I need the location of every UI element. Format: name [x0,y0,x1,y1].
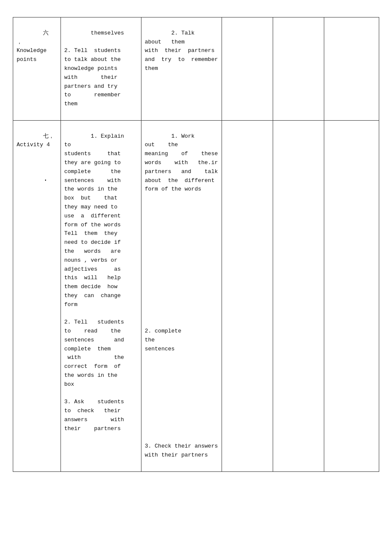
section-title: 六 ， Knowledge points [17,30,52,63]
table-row: 六 ， Knowledge points themselves 2. Tell … [13,17,379,121]
cell-empty-3 [324,17,379,121]
table-row: 七，Activity 4 · 1. Explain to students th… [13,120,379,471]
dot-marker: · [43,176,48,185]
teacher-text-1: themselves 2. Tell students to talk abou… [64,30,124,107]
cell-empty-4 [222,120,273,471]
student-text-1: 2. Talk about them with their partners a… [145,30,218,72]
cell-empty-2 [273,17,324,121]
cell-activity-label: 七，Activity 4 · [13,120,61,471]
activity-title: 七，Activity 4 [17,133,54,148]
main-table: 六 ， Knowledge points themselves 2. Tell … [13,17,379,472]
cell-empty-6 [324,120,379,471]
cell-student-activities-2: 1. Work out the meaning of these words w… [141,120,222,471]
student-text-2: 1. Work out the meaning of these words w… [145,133,218,459]
teacher-text-2: 1. Explain to students that they are goi… [64,133,144,432]
cell-empty-5 [273,120,324,471]
cell-student-activities-1: 2. Talk about them with their partners a… [141,17,222,121]
cell-section-label: 六 ， Knowledge points [13,17,61,121]
cell-empty-1 [222,17,273,121]
cell-teacher-instructions-2: 1. Explain to students that they are goi… [61,120,141,471]
cell-teacher-instructions-1: themselves 2. Tell students to talk abou… [61,17,141,121]
